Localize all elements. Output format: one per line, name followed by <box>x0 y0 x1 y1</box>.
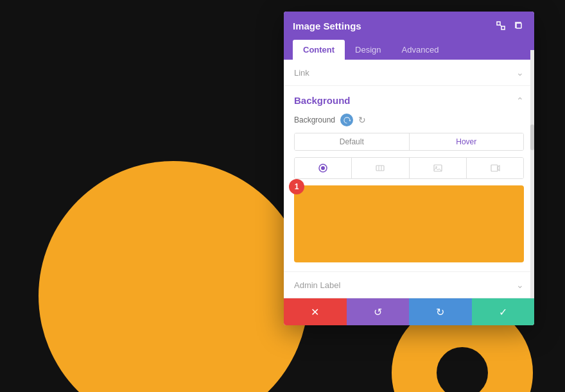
svg-point-5 <box>321 166 325 170</box>
swatch-badge: 1 <box>289 179 304 194</box>
tab-content[interactable]: Content <box>293 40 345 60</box>
cancel-icon: ✕ <box>311 306 319 318</box>
svg-rect-3 <box>516 23 521 28</box>
background-label-row: Background ↻ <box>294 114 524 126</box>
svg-rect-1 <box>501 26 505 30</box>
default-hover-toggle: Default Hover <box>294 133 524 151</box>
svg-rect-0 <box>497 22 500 25</box>
background-color-swatch[interactable]: 1 <box>294 185 524 262</box>
admin-chevron-icon: ⌄ <box>516 280 524 290</box>
hover-tab[interactable]: Hover <box>410 133 524 150</box>
background-chevron-up-icon[interactable]: ⌃ <box>516 96 524 106</box>
tab-advanced[interactable]: Advanced <box>392 40 449 60</box>
svg-line-2 <box>500 25 501 26</box>
decorative-orange-circle <box>39 161 308 392</box>
modal-title: Image Settings <box>293 21 361 31</box>
background-sync-button[interactable] <box>340 114 353 126</box>
admin-label-text: Admin Label <box>294 280 340 290</box>
background-reset-button[interactable]: ↻ <box>358 115 366 125</box>
background-section-title: Background <box>294 95 351 106</box>
tab-design[interactable]: Design <box>345 40 391 60</box>
expand-icon[interactable] <box>494 19 507 32</box>
copy-icon[interactable] <box>512 19 525 32</box>
redo-icon: ↻ <box>436 306 444 318</box>
default-tab[interactable]: Default <box>295 133 409 150</box>
video-type-button[interactable] <box>467 158 523 178</box>
modal-tabs: Content Design Advanced <box>284 40 534 60</box>
image-settings-modal: Image Settings Content Design Advanced <box>284 12 534 325</box>
gradient-type-button[interactable] <box>352 158 409 178</box>
svg-point-10 <box>435 166 437 167</box>
scrollbar-thumb[interactable] <box>530 124 534 150</box>
image-type-button[interactable] <box>410 158 467 178</box>
confirm-button[interactable]: ✓ <box>472 298 535 325</box>
scrollbar-track[interactable] <box>530 50 534 298</box>
undo-button[interactable]: ↺ <box>347 298 410 325</box>
titlebar-icons <box>494 19 525 32</box>
undo-icon: ↺ <box>374 306 382 318</box>
color-type-button[interactable] <box>295 158 352 178</box>
link-label: Link <box>294 68 309 78</box>
modal-titlebar: Image Settings <box>284 12 534 40</box>
redo-button[interactable]: ↻ <box>409 298 472 325</box>
background-field-label: Background <box>294 115 335 124</box>
modal-footer: ✕ ↺ ↻ ✓ <box>284 298 534 325</box>
link-section-row[interactable]: Link ⌄ <box>284 60 534 86</box>
svg-rect-11 <box>491 165 498 171</box>
svg-rect-6 <box>376 166 384 171</box>
background-section-header: Background ⌃ <box>294 95 524 106</box>
background-type-icons <box>294 157 524 179</box>
link-chevron-icon: ⌄ <box>516 67 524 78</box>
admin-label-section-row[interactable]: Admin Label ⌄ <box>284 272 534 298</box>
cancel-button[interactable]: ✕ <box>284 298 347 325</box>
modal-body: Link ⌄ Background ⌃ Background ↻ D <box>284 60 534 298</box>
confirm-icon: ✓ <box>499 306 507 318</box>
background-section: Background ⌃ Background ↻ Default Hover <box>284 86 534 272</box>
